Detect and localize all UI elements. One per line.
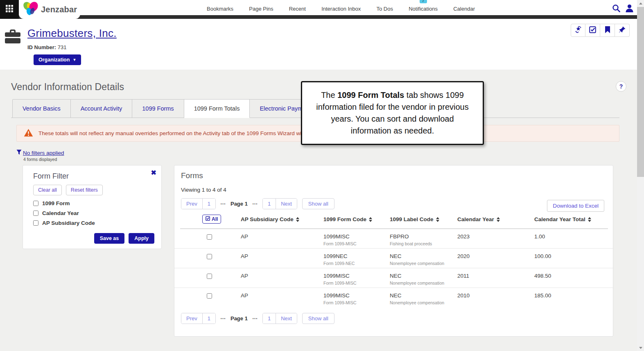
tab-vendor-basics[interactable]: Vendor Basics (12, 99, 71, 118)
page-1-button[interactable]: 1 (202, 199, 215, 209)
header-action-buttons (571, 24, 630, 37)
sort-icon[interactable] (436, 217, 439, 222)
recently-viewed-button[interactable] (571, 24, 585, 37)
clear-all-button[interactable]: Clear all (33, 185, 62, 195)
page-1-button[interactable]: 1 (202, 313, 215, 324)
sort-icon[interactable] (296, 217, 299, 222)
table-row: AP 1099MISCForm 1099-MISC FBPROFishing b… (174, 229, 614, 249)
apply-button[interactable]: Apply (129, 233, 154, 244)
nav-page-pins[interactable]: Page Pins (249, 3, 273, 12)
column-header-calendar-year[interactable]: Calendar Year (457, 216, 500, 222)
show-all-button[interactable]: Show all (302, 198, 334, 209)
close-icon[interactable]: ✖ (151, 169, 156, 177)
brand-logo[interactable]: Jenzabar (19, 0, 80, 19)
cell-label-code: NECNonemployee compensation (390, 292, 444, 305)
table-header-row: All AP Subsidiary Code 1099 Form Code 10… (174, 215, 614, 229)
prev-button[interactable]: Prev (181, 199, 202, 209)
scroll-up-arrow[interactable] (637, 0, 644, 7)
tab-1099-form-totals[interactable]: 1099 Form Totals (184, 99, 250, 118)
pin-button[interactable] (615, 24, 630, 37)
nav-notifications[interactable]: 7 Notifications (409, 3, 438, 12)
row-checkbox[interactable] (207, 254, 212, 259)
cell-calendar-year-total: 185.00 (534, 292, 551, 299)
table-body: AP 1099MISCForm 1099-MISC FBPROFishing b… (174, 229, 614, 308)
forms-displayed-count: 4 forms displayed (23, 157, 57, 162)
next-button[interactable]: Next (276, 199, 297, 209)
column-header-1099-form-code[interactable]: 1099 Form Code (323, 216, 372, 222)
user-icon[interactable] (625, 4, 634, 14)
filter-checkbox-1099-form[interactable] (33, 201, 38, 206)
filter-checkbox-calendar-year[interactable] (33, 211, 38, 216)
todo-check-button[interactable] (585, 24, 600, 37)
row-checkbox[interactable] (207, 293, 212, 299)
cell-label-code: FBPROFishing boat proceeds (390, 233, 432, 246)
cell-calendar-year-total: 1.00 (534, 233, 545, 240)
page-indicator: Page 1 (230, 201, 248, 207)
scrollbar-thumb[interactable] (637, 7, 644, 177)
scroll-down-arrow[interactable] (637, 344, 644, 351)
sort-icon[interactable] (369, 217, 372, 222)
cell-form-code: 1099MISCForm 1099-MISC (323, 292, 357, 305)
row-checkbox[interactable] (207, 234, 212, 240)
filter-option-label: 1099 Form (42, 200, 70, 206)
column-label: AP Subsidiary Code (241, 216, 294, 222)
forms-panel: Forms Viewing 1 to 4 of 4 Prev 1 ⋯ Page … (174, 165, 613, 337)
filter-checkbox-ap-subsidiary-code[interactable] (33, 220, 38, 226)
page-1-button[interactable]: 1 (263, 313, 276, 324)
cell-ap-subsidiary: AP (241, 273, 248, 279)
app-launcher-button[interactable] (0, 0, 19, 19)
cell-ap-subsidiary: AP (241, 253, 248, 259)
select-all-button[interactable]: All (202, 215, 221, 224)
forms-title: Forms (181, 171, 203, 180)
page-1-button[interactable]: 1 (263, 199, 276, 209)
tutorial-callout: The 1099 Form Totals tab shows 1099 info… (301, 81, 484, 145)
show-all-button[interactable]: Show all (302, 313, 334, 324)
save-as-button[interactable]: Save as (94, 233, 125, 244)
vendor-id-value: 731 (58, 44, 67, 50)
sort-icon[interactable] (497, 217, 500, 222)
notifications-count-badge: 7 (420, 0, 427, 3)
pagination-ellipsis: ⋯ (220, 201, 226, 207)
top-nav-menu: Bookmarks Page Pins Recent Interaction I… (207, 0, 475, 15)
bookmark-button[interactable] (600, 24, 615, 37)
reset-filters-button[interactable]: Reset filters (66, 185, 103, 195)
filter-option-1099-form[interactable]: 1099 Form (33, 200, 95, 206)
butterfly-logo-icon (22, 1, 39, 18)
star-refresh-icon (574, 26, 582, 35)
filter-option-label: Calendar Year (42, 210, 79, 216)
organization-button-label: Organization (38, 57, 70, 63)
pagination-top: Prev 1 ⋯ Page 1 ⋯ 1 Next Show all (181, 198, 334, 209)
cell-calendar-year: 2010 (457, 292, 470, 299)
column-header-calendar-year-total[interactable]: Calendar Year Total (534, 216, 591, 222)
column-header-ap-subsidiary-code[interactable]: AP Subsidiary Code (241, 216, 299, 222)
pagination-ellipsis: ⋯ (220, 315, 226, 322)
pagination-ellipsis: ⋯ (252, 315, 258, 322)
vertical-scrollbar[interactable] (637, 0, 644, 351)
table-row: AP 1099MISCForm 1099-MISC NECNonemployee… (174, 288, 614, 308)
chevron-down-icon: ▼ (72, 58, 76, 62)
vendor-name-link[interactable]: Grimebusters, Inc. (27, 27, 117, 40)
filter-funnel-icon (16, 149, 22, 156)
nav-calendar[interactable]: Calendar (453, 3, 475, 12)
column-label: 1099 Form Code (323, 216, 366, 222)
filter-option-calendar-year[interactable]: Calendar Year (33, 210, 95, 216)
download-to-excel-button[interactable]: Download to Excel (547, 200, 604, 212)
help-button[interactable]: ? (616, 81, 626, 92)
sort-icon[interactable] (588, 217, 591, 222)
column-header-1099-label-code[interactable]: 1099 Label Code (390, 216, 439, 222)
search-icon[interactable] (612, 4, 621, 14)
cell-ap-subsidiary: AP (241, 292, 248, 299)
organization-dropdown-button[interactable]: Organization ▼ (34, 54, 81, 65)
tab-account-activity[interactable]: Account Activity (71, 99, 133, 118)
row-checkbox[interactable] (207, 274, 212, 279)
nav-bookmarks[interactable]: Bookmarks (207, 3, 233, 12)
tab-1099-forms[interactable]: 1099 Forms (132, 99, 184, 118)
prev-button[interactable]: Prev (181, 313, 202, 324)
nav-recent[interactable]: Recent (289, 3, 306, 12)
no-filters-applied-link[interactable]: No filters applied (23, 150, 64, 156)
nav-to-dos[interactable]: To Dos (377, 3, 393, 12)
nav-interaction-inbox[interactable]: Interaction Inbox (321, 3, 361, 12)
next-button[interactable]: Next (276, 313, 297, 324)
cell-label-code: NECNonemployee compensation (390, 253, 444, 266)
filter-option-ap-subsidiary-code[interactable]: AP Subsidiary Code (33, 220, 95, 226)
